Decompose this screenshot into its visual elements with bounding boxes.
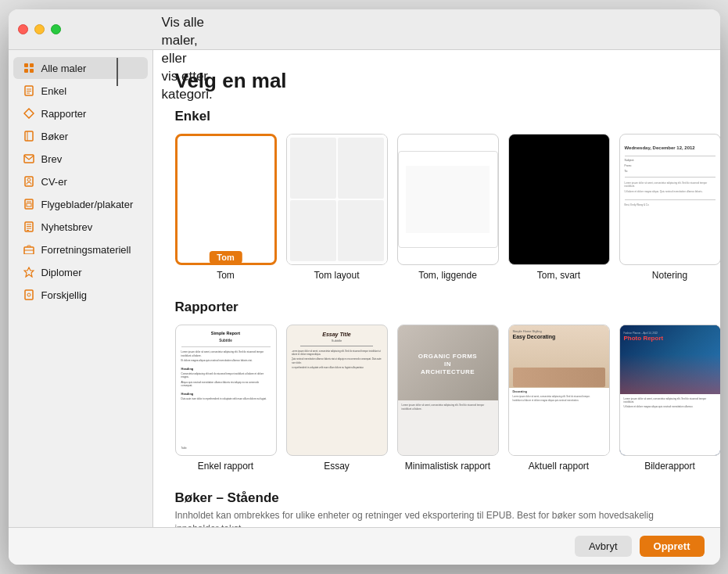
template-name-tom: Tom	[217, 270, 235, 281]
template-item-tom-layout[interactable]: Tom layout	[286, 134, 388, 281]
svg-rect-2	[24, 69, 28, 73]
sidebar-label-enkel: Enkel	[41, 85, 67, 97]
sidebar: Alle maler Enkel	[9, 50, 153, 527]
diploma-icon	[23, 266, 35, 278]
section-rapporter: Rapporter Simple Report Subtitle Lorem i…	[175, 300, 698, 472]
template-thumb-enkel-rapport: Simple Report Subtitle Lorem ipsum dolor…	[175, 325, 277, 456]
svg-rect-0	[24, 63, 28, 67]
content-area: Velg en mal Enkel Tom Tom	[153, 50, 720, 527]
newsletter-icon	[23, 221, 35, 233]
main-window: Vis alle maler, eller vis etter kategori…	[9, 9, 720, 565]
close-button[interactable]	[18, 24, 28, 34]
sidebar-item-forretning[interactable]: Forretningsmateriell	[13, 239, 148, 260]
sidebar-item-cv-er[interactable]: CV-er	[13, 170, 148, 192]
section-label-enkel: Enkel	[175, 109, 698, 124]
person-doc-icon	[23, 175, 35, 188]
sidebar-label-boker: Bøker	[41, 131, 69, 142]
sidebar-item-nyhetsbrev[interactable]: Nyhetsbrev	[13, 216, 148, 238]
template-thumb-tom: Tom	[175, 134, 277, 265]
svg-marker-8	[24, 109, 34, 118]
template-thumb-tom-layout	[286, 134, 388, 265]
sidebar-label-brev: Brev	[41, 153, 63, 165]
sidebar-item-brev[interactable]: Brev	[13, 148, 148, 170]
template-item-tom-svart[interactable]: Tom, svart	[508, 134, 610, 281]
diamond-icon	[23, 107, 35, 120]
template-item-aktuell[interactable]: Simple Home Styling Easy Decorating Deco…	[508, 325, 610, 472]
sidebar-label-cv-er: CV-er	[41, 176, 67, 188]
template-thumb-tom-liggende	[397, 134, 499, 265]
template-name-tom-svart: Tom, svart	[537, 270, 580, 281]
template-item-bilderapport[interactable]: Fashion Planner – April 14, 2022 Photo R…	[619, 325, 720, 472]
templates-grid-enkel: Tom Tom	[175, 134, 698, 281]
doc-icon	[23, 84, 35, 97]
template-item-tom[interactable]: Tom Tom	[175, 134, 277, 281]
template-item-essay[interactable]: Essay Title Subtitle Lorem ipsum dolor s…	[286, 325, 388, 472]
sidebar-item-forskjellig[interactable]: Forskjellig	[13, 284, 148, 306]
sidebar-label-forretning: Forretningsmateriell	[41, 244, 131, 256]
template-item-enkel-rapport[interactable]: Simple Report Subtitle Lorem ipsum dolor…	[175, 325, 277, 472]
page-title: Velg en mal	[175, 69, 698, 93]
sidebar-item-boker[interactable]: Bøker	[13, 125, 148, 147]
titlebar	[9, 9, 720, 50]
templates-grid-rapporter: Simple Report Subtitle Lorem ipsum dolor…	[175, 325, 698, 472]
svg-rect-25	[25, 290, 33, 300]
sidebar-item-flygeblader[interactable]: Flygeblader/plakater	[13, 193, 148, 215]
traffic-lights	[18, 24, 61, 34]
section-enkel: Enkel Tom Tom	[175, 109, 698, 281]
template-name-essay: Essay	[324, 461, 350, 472]
flyer-icon	[23, 198, 35, 210]
misc-icon	[23, 289, 35, 301]
sidebar-label-diplomer: Diplomer	[41, 267, 82, 278]
sidebar-item-enkel[interactable]: Enkel	[13, 80, 148, 102]
template-thumb-notering: Wednesday, December 12, 2012 Subject: Fr…	[619, 134, 720, 265]
letter-icon	[23, 152, 35, 165]
template-thumb-minimalistisk: ORGANIC FORMSINARCHITECTURE Lorem ipsum …	[397, 325, 499, 456]
svg-point-26	[27, 293, 30, 296]
template-name-minimalistisk: Minimalistisk rapport	[405, 461, 490, 472]
svg-rect-11	[24, 155, 34, 163]
grid-icon	[23, 62, 35, 74]
sidebar-item-diplomer[interactable]: Diplomer	[13, 261, 148, 283]
template-name-tom-liggende: Tom, liggende	[418, 270, 477, 281]
template-badge-tom: Tom	[209, 251, 242, 264]
sidebar-label-alle-maler: Alle maler	[41, 63, 87, 74]
template-name-tom-layout: Tom layout	[314, 270, 359, 281]
main-content: Alle maler Enkel	[9, 50, 720, 527]
sidebar-item-rapporter[interactable]: Rapporter	[13, 102, 148, 124]
sidebar-item-alle-maler[interactable]: Alle maler	[13, 57, 148, 79]
svg-marker-24	[24, 267, 34, 277]
footer: Avbryt Opprett	[9, 527, 720, 565]
template-thumb-bilderapport: Fashion Planner – April 14, 2022 Photo R…	[619, 325, 720, 456]
template-item-notering[interactable]: Wednesday, December 12, 2012 Subject: Fr…	[619, 134, 720, 281]
books-description: Innholdet kan ombrekkes for ulike enhete…	[175, 509, 698, 527]
maximize-button[interactable]	[51, 24, 61, 34]
template-name-aktuell: Aktuell rapport	[529, 461, 589, 472]
template-name-bilderapport: Bilderapport	[644, 461, 695, 472]
create-button[interactable]: Opprett	[640, 536, 705, 557]
template-name-enkel-rapport: Enkel rapport	[198, 461, 253, 472]
svg-rect-16	[27, 203, 31, 206]
template-name-notering: Notering	[652, 270, 687, 281]
template-thumb-essay: Essay Title Subtitle Lorem ipsum dolor s…	[286, 325, 388, 456]
sidebar-label-nyhetsbrev: Nyhetsbrev	[41, 221, 93, 233]
cancel-button[interactable]: Avbryt	[575, 536, 632, 557]
template-item-tom-liggende[interactable]: Tom, liggende	[397, 134, 499, 281]
svg-point-13	[27, 178, 30, 181]
minimize-button[interactable]	[34, 24, 45, 34]
section-label-rapporter: Rapporter	[175, 300, 698, 315]
svg-rect-1	[30, 63, 34, 67]
template-item-minimalistisk[interactable]: ORGANIC FORMSINARCHITECTURE Lorem ipsum …	[397, 325, 499, 472]
book-icon	[23, 130, 35, 142]
section-label-boker: Bøker – Stående	[175, 490, 698, 506]
template-thumb-tom-svart	[508, 134, 610, 265]
sidebar-label-rapporter: Rapporter	[41, 108, 87, 120]
template-thumb-aktuell: Simple Home Styling Easy Decorating Deco…	[508, 325, 610, 456]
svg-rect-3	[30, 69, 34, 73]
sidebar-label-flygeblader: Flygeblader/plakater	[41, 199, 134, 210]
section-boker: Bøker – Stående Innholdet kan ombrekkes …	[175, 490, 698, 527]
svg-rect-9	[25, 131, 33, 141]
briefcase-icon	[23, 243, 35, 256]
sidebar-label-forskjellig: Forskjellig	[41, 289, 88, 301]
